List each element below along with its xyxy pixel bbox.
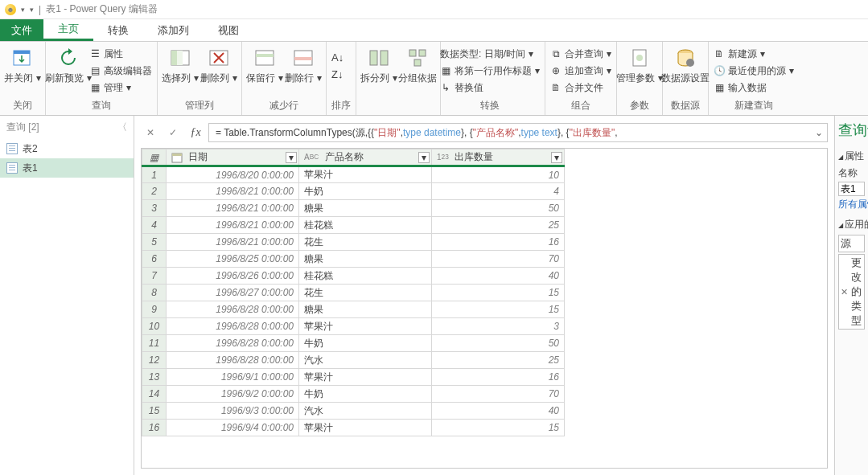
properties-button[interactable]: ☰属性 [89, 47, 152, 61]
svg-rect-13 [419, 50, 426, 56]
remove-columns-icon [206, 45, 232, 71]
sort-asc-button[interactable]: A↓ [331, 50, 343, 64]
append-icon: ⊕ [550, 65, 562, 76]
group-label-close: 关闭 [5, 97, 40, 115]
combine-files-button[interactable]: 🗎合并文件 [550, 80, 611, 95]
manage-icon: ▦ [89, 82, 101, 93]
advanced-editor-button[interactable]: ▤高级编辑器 [89, 63, 152, 78]
merge-queries-button[interactable]: ⧉合并查询 ▾ [550, 47, 611, 61]
split-column-button[interactable]: 拆分列 ▾ [361, 45, 397, 84]
append-queries-button[interactable]: ⊕追加查询 ▾ [550, 63, 611, 78]
advanced-editor-icon: ▤ [89, 65, 101, 76]
ribbon-group-managecols: 选择列 ▾ 删除列 ▾ 管理列 [158, 42, 242, 115]
close-load-label: 并关闭 [4, 72, 33, 84]
replace-values-button[interactable]: ↳替换值 [440, 80, 540, 95]
tab-transform[interactable]: 转换 [93, 19, 143, 41]
refresh-preview-button[interactable]: 刷新预览 ▾ [51, 45, 86, 84]
qa-dropdown-icon[interactable]: ▾ [21, 6, 25, 14]
remove-rows-icon [290, 45, 316, 71]
group-label-split [361, 100, 435, 115]
qa-overflow-icon[interactable]: ▾ [30, 6, 34, 14]
choose-columns-button[interactable]: 选择列 ▾ [162, 45, 198, 84]
enter-data-button[interactable]: ▦输入数据 [714, 80, 794, 95]
remove-rows-button[interactable]: 删除行 ▾ [286, 45, 321, 84]
tab-file[interactable]: 文件 [0, 19, 43, 41]
split-column-icon [366, 45, 392, 71]
params-icon [627, 45, 652, 71]
keep-rows-icon [252, 45, 278, 71]
split-column-label: 拆分列 [360, 72, 389, 84]
close-load-button[interactable]: 并关闭 ▾ [5, 45, 40, 84]
datatype-label: 数据类型: 日期/时间 [440, 47, 525, 61]
ribbon-group-sort: A↓ Z↓ 排序 [327, 42, 356, 115]
recent-source-button[interactable]: 🕓最近使用的源 ▾ [714, 63, 794, 78]
tab-view[interactable]: 视图 [204, 19, 253, 41]
choose-columns-label: 选择列 [162, 72, 191, 84]
manage-label: 管理 [104, 81, 123, 95]
manage-params-button[interactable]: 管理参数 ▾ [622, 45, 657, 84]
combine-files-label: 合并文件 [565, 81, 603, 95]
ribbon-group-close: 并关闭 ▾ 关闭 [0, 42, 46, 115]
svg-rect-10 [370, 51, 377, 65]
combine-files-icon: 🗎 [550, 82, 562, 93]
ribbon-group-datasource: 数据源设置 数据源 [663, 42, 709, 115]
datasource-settings-label: 数据源设置 [661, 72, 710, 84]
recent-source-icon: 🕓 [714, 65, 725, 76]
svg-rect-1 [14, 51, 30, 54]
title-sep: | [39, 4, 41, 15]
groupby-label: 分组依据 [398, 72, 437, 84]
merge-icon: ⧉ [550, 48, 562, 59]
datasource-settings-button[interactable]: 数据源设置 [668, 45, 703, 84]
enter-data-icon: ▦ [714, 82, 725, 93]
firstrow-icon: ▦ [440, 65, 451, 76]
ribbon-group-split: 拆分列 ▾ 分组依据 [356, 42, 441, 115]
sort-desc-icon: Z↓ [331, 68, 343, 80]
tab-home[interactable]: 主页 [43, 19, 93, 41]
ribbon-group-reducerows: 保留行 ▾ 删除行 ▾ 减少行 [242, 42, 327, 115]
svg-rect-12 [409, 50, 416, 56]
properties-label: 属性 [104, 47, 123, 61]
advanced-editor-label: 高级编辑器 [104, 64, 152, 78]
sort-desc-button[interactable]: Z↓ [331, 67, 343, 81]
group-label-newquery: 新建查询 [714, 97, 794, 115]
close-load-icon [10, 45, 35, 71]
smile-icon: ☻ [5, 4, 16, 15]
svg-rect-3 [171, 51, 177, 65]
remove-columns-button[interactable]: 删除列 ▾ [201, 45, 237, 84]
replace-icon: ↳ [440, 82, 451, 93]
groupby-button[interactable]: 分组依据 [400, 45, 435, 84]
group-label-datasource: 数据源 [668, 97, 703, 115]
ribbon: 并关闭 ▾ 关闭 刷新预览 ▾ ☰属性 ▤高级编辑器 ▦管理 ▾ 查询 选择 [0, 42, 868, 116]
manage-params-label: 管理参数 [616, 72, 655, 84]
sort-asc-icon: A↓ [331, 51, 343, 63]
firstrow-header-button[interactable]: ▦将第一行用作标题 ▾ [440, 63, 540, 78]
refresh-icon [56, 45, 81, 71]
remove-columns-label: 删除列 [200, 72, 229, 84]
choose-columns-icon [167, 45, 193, 71]
window-title: 表1 - Power Query 编辑器 [46, 2, 158, 16]
new-source-icon: 🗎 [714, 48, 725, 59]
replace-values-label: 替换值 [455, 81, 483, 95]
ribbon-group-newquery: 🗎新建源 ▾ 🕓最近使用的源 ▾ ▦输入数据 新建查询 [709, 42, 799, 115]
groupby-icon [405, 45, 430, 71]
enter-data-label: 输入数据 [728, 81, 767, 95]
datasource-icon [673, 45, 698, 71]
tab-addcolumn[interactable]: 添加列 [143, 19, 204, 41]
svg-rect-14 [414, 59, 421, 66]
group-label-reducerows: 减少行 [247, 97, 321, 115]
manage-button[interactable]: ▦管理 ▾ [89, 80, 152, 95]
ribbon-group-combine: ⧉合并查询 ▾ ⊕追加查询 ▾ 🗎合并文件 组合 [545, 42, 617, 115]
ribbon-tabs: 文件 主页 转换 添加列 视图 [0, 19, 868, 42]
keep-rows-label: 保留行 [246, 72, 275, 84]
ribbon-group-transform: 数据类型: 日期/时间 ▾ ▦将第一行用作标题 ▾ ↳替换值 转换 [435, 42, 545, 115]
group-label-query: 查询 [51, 97, 152, 115]
new-source-button[interactable]: 🗎新建源 ▾ [714, 47, 794, 61]
svg-rect-6 [256, 51, 274, 65]
group-label-transform: 转换 [440, 97, 540, 115]
svg-rect-9 [294, 57, 312, 60]
svg-point-18 [686, 59, 694, 67]
datatype-button[interactable]: 数据类型: 日期/时间 ▾ [440, 47, 540, 61]
merge-queries-label: 合并查询 [565, 47, 603, 61]
keep-rows-button[interactable]: 保留行 ▾ [247, 45, 282, 84]
group-label-managecols: 管理列 [162, 97, 237, 115]
